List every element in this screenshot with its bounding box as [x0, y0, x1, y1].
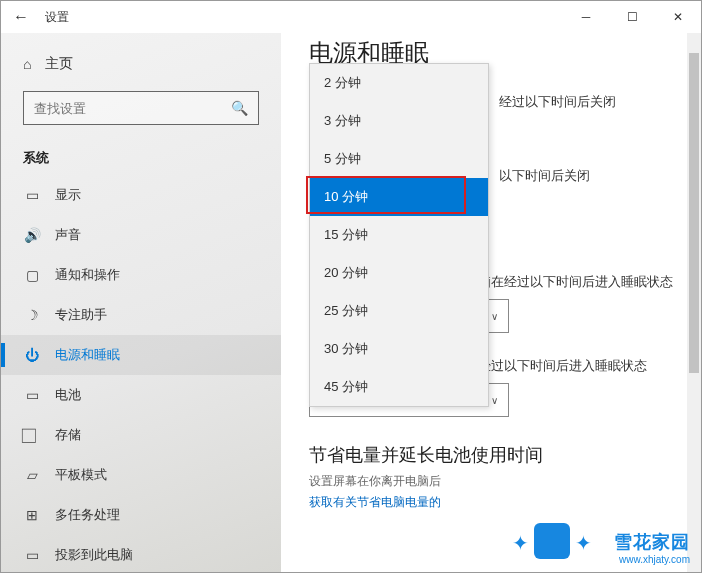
sidebar-item-7[interactable]: ▱平板模式 — [1, 455, 281, 495]
display-icon: ▭ — [23, 186, 41, 204]
dropdown-option[interactable]: 2 分钟 — [310, 64, 488, 102]
dropdown-option[interactable]: 15 分钟 — [310, 216, 488, 254]
dropdown-option[interactable]: 45 分钟 — [310, 368, 488, 406]
scrollbar-vertical[interactable] — [687, 33, 701, 572]
body: ⌂ 主页 🔍 系统 ▭显示🔊声音▢通知和操作☽专注助手⏻电源和睡眠▭电池⃞存储▱… — [1, 33, 701, 572]
sidebar-item-label: 平板模式 — [55, 466, 107, 484]
chevron-down-icon: ∨ — [491, 395, 498, 406]
sidebar-item-5[interactable]: ▭电池 — [1, 375, 281, 415]
sidebar-item-label: 电池 — [55, 386, 81, 404]
power-sleep-icon: ⏻ — [23, 346, 41, 364]
dropdown-option[interactable]: 3 分钟 — [310, 102, 488, 140]
category-label: 系统 — [1, 133, 281, 175]
sidebar-item-label: 投影到此电脑 — [55, 546, 133, 564]
battery-icon: ▭ — [23, 386, 41, 404]
storage-icon: ⃞ — [23, 426, 41, 444]
sidebar-item-9[interactable]: ▭投影到此电脑 — [1, 535, 281, 572]
save-power-heading: 节省电量并延长电池使用时间 — [309, 443, 701, 467]
sidebar-item-3[interactable]: ☽专注助手 — [1, 295, 281, 335]
search-icon: 🔍 — [231, 100, 248, 116]
chevron-down-icon: ∨ — [491, 311, 498, 322]
dropdown-option[interactable]: 10 分钟 — [310, 178, 488, 216]
tablet-mode-icon: ▱ — [23, 466, 41, 484]
sidebar-item-4[interactable]: ⏻电源和睡眠 — [1, 335, 281, 375]
screen-off-dropdown[interactable]: 2 分钟3 分钟5 分钟10 分钟15 分钟20 分钟25 分钟30 分钟45 … — [309, 63, 489, 407]
sidebar-item-label: 通知和操作 — [55, 266, 120, 284]
sidebar-item-0[interactable]: ▭显示 — [1, 175, 281, 215]
sidebar-item-label: 多任务处理 — [55, 506, 120, 524]
close-button[interactable]: ✕ — [655, 1, 701, 33]
home-label: 主页 — [45, 55, 73, 73]
save-power-subtext: 设置屏幕在你离开电脑后 — [309, 473, 701, 490]
sidebar-item-label: 专注助手 — [55, 306, 107, 324]
titlebar-left: ← 设置 — [13, 8, 69, 26]
sidebar-item-label: 显示 — [55, 186, 81, 204]
sidebar-item-2[interactable]: ▢通知和操作 — [1, 255, 281, 295]
back-button[interactable]: ← — [13, 8, 29, 26]
dropdown-option[interactable]: 20 分钟 — [310, 254, 488, 292]
dropdown-option[interactable]: 30 分钟 — [310, 330, 488, 368]
sidebar-home[interactable]: ⌂ 主页 — [1, 45, 281, 83]
sidebar-item-1[interactable]: 🔊声音 — [1, 215, 281, 255]
settings-window: ← 设置 ─ ☐ ✕ ⌂ 主页 🔍 系统 ▭显示🔊声音▢通知和操作☽专注助手⏻电… — [0, 0, 702, 573]
scrollbar-thumb[interactable] — [689, 53, 699, 373]
minimize-button[interactable]: ─ — [563, 1, 609, 33]
main-panel: 电源和睡眠 2 分钟3 分钟5 分钟10 分钟15 分钟20 分钟25 分钟30… — [281, 33, 701, 572]
search-box[interactable]: 🔍 — [23, 91, 259, 125]
search-input[interactable] — [34, 101, 231, 116]
projecting-icon: ▭ — [23, 546, 41, 564]
sidebar-item-label: 电源和睡眠 — [55, 346, 120, 364]
dropdown-option[interactable]: 5 分钟 — [310, 140, 488, 178]
home-icon: ⌂ — [23, 56, 31, 72]
titlebar: ← 设置 ─ ☐ ✕ — [1, 1, 701, 33]
window-title: 设置 — [45, 9, 69, 26]
sidebar-item-8[interactable]: ⊞多任务处理 — [1, 495, 281, 535]
dropdown-option[interactable]: 25 分钟 — [310, 292, 488, 330]
sidebar: ⌂ 主页 🔍 系统 ▭显示🔊声音▢通知和操作☽专注助手⏻电源和睡眠▭电池⃞存储▱… — [1, 33, 281, 572]
sidebar-item-label: 存储 — [55, 426, 81, 444]
multitasking-icon: ⊞ — [23, 506, 41, 524]
notifications-icon: ▢ — [23, 266, 41, 284]
sidebar-item-label: 声音 — [55, 226, 81, 244]
focus-assist-icon: ☽ — [23, 306, 41, 324]
maximize-button[interactable]: ☐ — [609, 1, 655, 33]
save-power-link[interactable]: 获取有关节省电脑电量的 — [309, 494, 701, 511]
sidebar-item-6[interactable]: ⃞存储 — [1, 415, 281, 455]
window-controls: ─ ☐ ✕ — [563, 1, 701, 33]
sound-icon: 🔊 — [23, 226, 41, 244]
search-wrap: 🔍 — [1, 83, 281, 133]
nav-list: ▭显示🔊声音▢通知和操作☽专注助手⏻电源和睡眠▭电池⃞存储▱平板模式⊞多任务处理… — [1, 175, 281, 572]
